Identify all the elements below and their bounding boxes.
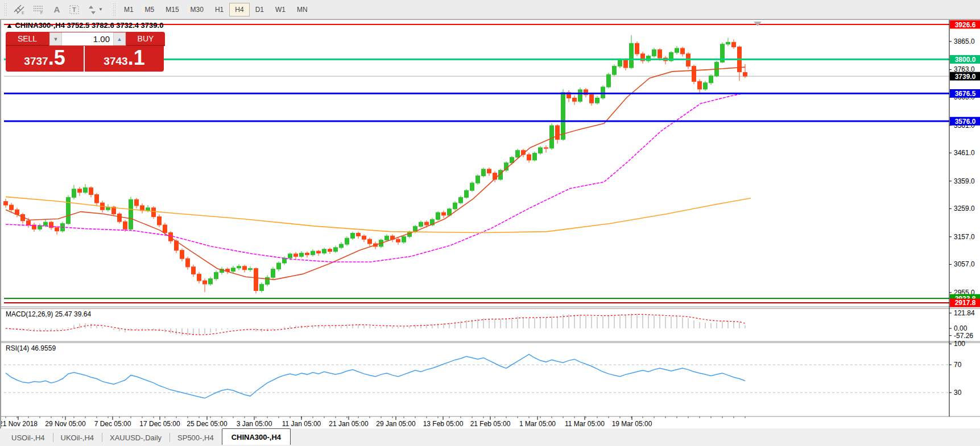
timeframe-button-w1[interactable]: W1 xyxy=(270,3,291,16)
candle-body xyxy=(453,203,457,209)
candle-body xyxy=(209,279,213,284)
timeframe-button-d1[interactable]: D1 xyxy=(250,3,270,16)
candle-body xyxy=(311,251,315,255)
candle-body xyxy=(55,228,59,231)
volume-decrease-button[interactable]: ▼ xyxy=(49,32,62,45)
candle-body xyxy=(732,42,736,47)
candle-body xyxy=(692,66,696,82)
candle-body xyxy=(613,66,617,75)
candle-body xyxy=(27,221,31,225)
timeframe-button-m5[interactable]: M5 xyxy=(139,3,160,16)
timeframe-button-h4[interactable]: H4 xyxy=(229,3,249,16)
timeframe-button-h1[interactable]: H1 xyxy=(209,3,229,16)
one-click-trading-panel: SELL ▼ 1.00 ▲ BUY 3737.5 3743.1 xyxy=(6,32,165,72)
candle-body xyxy=(192,267,196,274)
svg-text:T: T xyxy=(72,6,76,13)
time-axis-label: 29 Jan 05:00 xyxy=(376,420,416,428)
candle-body xyxy=(340,244,344,248)
label-icon[interactable]: T xyxy=(65,2,84,17)
price-badge-label: 3576.0 xyxy=(955,118,976,126)
toolbar-grip-2[interactable] xyxy=(113,3,117,16)
fibonacci-icon[interactable]: F xyxy=(29,2,48,17)
candle-body xyxy=(197,274,201,281)
equidistant-channel-icon[interactable]: E xyxy=(10,2,29,17)
candle-body xyxy=(294,254,298,256)
timeframe-button-m30[interactable]: M30 xyxy=(185,3,209,16)
candle-body xyxy=(550,126,554,148)
candle-body xyxy=(72,189,76,198)
volume-increase-button[interactable]: ▲ xyxy=(113,32,126,45)
macd-label: MACD(12,26,9) 25.47 39.64 xyxy=(6,310,91,318)
chart-tab-usoil-h4[interactable]: USOil-,H4 xyxy=(3,430,53,445)
candle-body xyxy=(277,263,281,269)
chart-tab-xauusd-daily[interactable]: XAUUSD-,Daily xyxy=(102,430,169,445)
price-tick-label: 3461.0 xyxy=(954,149,975,157)
chart-ohlc-header: ▲ CHINA300-,H4 3752.5 3782.6 3732.4 3739… xyxy=(6,21,163,30)
candle-body xyxy=(334,248,338,252)
candle-body xyxy=(596,98,599,103)
candle-body xyxy=(419,222,423,226)
candle-body xyxy=(652,49,656,56)
price-badge-label: 3676.5 xyxy=(955,90,976,98)
time-axis-label: 13 Feb 05:00 xyxy=(423,420,464,428)
rsi-label: RSI(14) 46.9559 xyxy=(6,344,56,352)
candle-body xyxy=(78,189,82,193)
time-axis-label: 21 Jan 05:00 xyxy=(329,420,369,428)
candle-body xyxy=(288,254,292,258)
candle-body xyxy=(459,197,463,203)
candle-body xyxy=(254,269,258,291)
timeframe-button-mn[interactable]: MN xyxy=(291,3,313,16)
price-chart[interactable]: 3865.03763.03663.03561.03461.03359.03259… xyxy=(1,20,980,428)
candle-body xyxy=(607,74,611,87)
candle-body xyxy=(203,281,207,284)
candle-body xyxy=(67,197,71,223)
candle-body xyxy=(425,222,429,225)
timeframe-button-m1[interactable]: M1 xyxy=(118,3,139,16)
candle-body xyxy=(590,95,594,103)
time-axis-label: 3 Jan 05:00 xyxy=(237,420,272,428)
time-axis-label: 17 Dec 05:00 xyxy=(139,420,180,428)
time-axis-label: 21 Feb 05:00 xyxy=(470,420,511,428)
arrows-icon[interactable]: ▼ xyxy=(84,2,107,17)
candle-body xyxy=(328,249,332,252)
candle-body xyxy=(89,187,93,194)
candle-body xyxy=(681,48,685,54)
buy-button[interactable]: BUY xyxy=(126,32,165,46)
candle-body xyxy=(396,239,400,242)
candle-body xyxy=(630,43,634,68)
candle-body xyxy=(317,251,321,253)
svg-text:E: E xyxy=(22,11,24,15)
candle-body xyxy=(146,208,150,211)
toolbar-grip[interactable] xyxy=(4,3,8,16)
rsi-tick-label: 100 xyxy=(954,340,965,348)
candle-body xyxy=(368,239,372,244)
candle-body xyxy=(357,233,361,236)
chart-tab-china300-h4[interactable]: CHINA300-,H4 xyxy=(222,428,291,445)
price-badge-label: 3800.0 xyxy=(955,56,976,64)
sell-price[interactable]: 3737.5 xyxy=(6,46,85,72)
candle-body xyxy=(516,151,520,157)
candle-body xyxy=(49,222,53,228)
chart-tab-ukoil-h4[interactable]: UKOil-,H4 xyxy=(53,430,102,445)
candle-body xyxy=(573,98,577,101)
buy-price[interactable]: 3743.1 xyxy=(85,46,164,72)
candle-body xyxy=(135,199,139,206)
sell-button[interactable]: SELL xyxy=(6,32,49,46)
candle-body xyxy=(300,253,304,256)
candle-body xyxy=(527,155,531,160)
price-badge-label: 3926.6 xyxy=(955,21,976,29)
time-axis-label: 1 Mar 05:00 xyxy=(519,420,556,428)
candle-body xyxy=(675,48,679,52)
candle-body xyxy=(698,81,702,89)
text-icon[interactable]: A xyxy=(48,2,65,17)
chart-background xyxy=(1,20,980,428)
chart-tab-sp500-h4[interactable]: SP500-,H4 xyxy=(169,430,222,445)
candle-body xyxy=(249,269,253,270)
volume-input[interactable]: 1.00 xyxy=(62,32,113,45)
timeframe-button-m15[interactable]: M15 xyxy=(160,3,184,16)
candle-body xyxy=(709,76,713,83)
candle-body xyxy=(470,183,474,190)
candle-body xyxy=(539,148,543,153)
price-badge-label: 3739.0 xyxy=(955,73,976,81)
candle-body xyxy=(129,199,133,229)
